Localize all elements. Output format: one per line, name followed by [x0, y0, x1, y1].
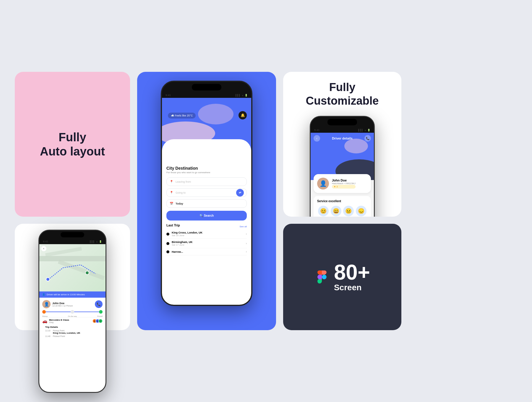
- trip-dot-2: [166, 242, 169, 245]
- status-icons: ▌▌▌ ▲ 🔋: [236, 94, 248, 97]
- trip2-location: Birmingham, UK: [172, 241, 193, 244]
- pickoff-label: Pickoff: [97, 315, 103, 317]
- driver-phone: 9:41 ▌▌▌ ▲ 🔋 ‹ Driver details �: [310, 116, 375, 217]
- car-color: Gray: [49, 321, 69, 323]
- form-subtitle: For those you who want to go somewhere: [166, 171, 247, 174]
- see-all-link[interactable]: See all: [240, 225, 247, 228]
- driver-phone-container: 9:41 ▌▌▌ ▲ 🔋 ‹ Driver details �: [292, 113, 392, 217]
- call-header-button[interactable]: 📞: [364, 135, 371, 142]
- ride-driver-meta: 12-16 Min • 12 Person: [52, 305, 73, 307]
- search-button[interactable]: 🔍 Search: [166, 211, 247, 221]
- ride-call-button[interactable]: 📞: [95, 300, 103, 308]
- map-back-button[interactable]: ‹: [41, 246, 46, 251]
- swap-button[interactable]: ⇄: [236, 189, 244, 197]
- progress-line-2: [74, 312, 99, 312]
- driver-status-bar: 9:41 ▌▌▌ ▲ 🔋: [311, 127, 374, 133]
- auto-layout-card: Fully Auto layout: [15, 72, 130, 217]
- booking-phone: 9:41 ▌▌▌ ▲ 🔋 ☁️ Feels like 25°C 🔔: [161, 81, 252, 306]
- date-placeholder: Today: [176, 202, 244, 205]
- booking-form: City Destination For those you who want …: [162, 160, 251, 261]
- leaving-placeholder: Leaving from: [176, 180, 244, 183]
- customizable-card: Fully Customizable 9:41 ▌▌▌ ▲ 🔋: [283, 72, 401, 217]
- ride-status-icons: ▌▌▌ ▲ 🔋: [90, 240, 102, 243]
- ride-info: 👤 John Doe 12-16 Min • 12 Person 📞: [39, 298, 106, 342]
- rating-okay[interactable]: 😐 Okay: [343, 206, 354, 217]
- trip-details-section: Trip Details 11:10 Pickup Point King Cro…: [42, 325, 103, 339]
- trip2-time: 11:40: [45, 335, 51, 337]
- progress-bar: [42, 310, 103, 314]
- trip-detail-row-2: 11:40 Pickout Point: [45, 335, 100, 337]
- arrival-text: Driver will be arrive in 13:00 Minutes: [47, 293, 85, 296]
- last-trip-title: Last Trip: [166, 223, 180, 227]
- back-button[interactable]: ‹: [314, 135, 320, 142]
- trip-item-3[interactable]: Harrow... ›: [166, 248, 247, 255]
- trip-item-2[interactable]: Birmingham, UK Sat 17 June ›: [166, 239, 247, 248]
- notch-pill: [192, 84, 221, 90]
- driver-screen: ‹ Driver details 📞 👤 John Doe Hatchback …: [311, 133, 374, 217]
- customizable-line2: Customizable: [306, 95, 379, 107]
- auto-layout-line1: Fully: [59, 131, 86, 144]
- driver-name-label: John Doe: [332, 179, 356, 182]
- pickup-label: Pickup: [42, 315, 48, 317]
- going-to-row: 📍 Going to ⇄: [166, 188, 247, 197]
- rating-excellent[interactable]: 😊 Excellent: [318, 206, 329, 217]
- car-icon: 🚗: [42, 319, 47, 323]
- location-icon: 📍: [170, 180, 173, 183]
- map-area: ‹: [39, 244, 106, 291]
- main-grid: Fully Auto layout 9:41 ▌▌▌ ▲ 🔋: [0, 60, 532, 342]
- pickoff-dot: [99, 310, 103, 314]
- ride-notch-pill: [61, 232, 84, 237]
- driver-phone-notch: [311, 117, 374, 127]
- going-to-input[interactable]: 📍 Going to: [166, 188, 247, 197]
- trip2-date: Sat 17 June: [172, 244, 193, 246]
- booking-header: ☁️ Feels like 25°C 🔔: [162, 98, 251, 157]
- onway-dot: [71, 310, 74, 314]
- customizable-line1: Fully: [329, 81, 356, 93]
- date-input[interactable]: 📅 Today: [166, 199, 247, 208]
- rating-good[interactable]: 😄 Good: [331, 206, 341, 217]
- destination-icon: 📍: [170, 191, 173, 194]
- driver-avatar: 👤: [42, 300, 51, 308]
- trip3-location: Harrow...: [172, 250, 183, 253]
- trip1-date: Sat 16 June: [172, 234, 202, 237]
- ride-screen: ‹ 👤 Driver will be arrive in 13:00 Minut…: [39, 244, 106, 392]
- driver-header-wave-pink: [344, 139, 368, 153]
- car-name: Mercedes E Class: [49, 319, 69, 321]
- screens-card: 80+ Screen: [283, 224, 401, 330]
- screens-text: 80+ Screen: [334, 262, 370, 292]
- trip-item-1[interactable]: King Cross, London, UK Sat 16 June ›: [166, 229, 247, 239]
- form-title: City Destination: [166, 166, 247, 171]
- time-display: 9:41: [166, 94, 171, 97]
- last-trip-header: Last Trip See all: [166, 223, 247, 229]
- ride-phone: 9:41 ▌▌▌ ▲ 🔋: [38, 230, 106, 393]
- rating-disappoint[interactable]: 😞 Disappoint: [356, 206, 366, 217]
- leaving-from-input[interactable]: 📍 Leaving from: [166, 177, 247, 186]
- driver-arrival-banner: 👤 Driver will be arrive in 13:00 Minutes: [39, 291, 106, 298]
- driver-notch-pill: [327, 119, 357, 125]
- ride-notch: [39, 231, 106, 239]
- trip-dot-1: [166, 233, 169, 236]
- driver-star-badge: ★ 3: [332, 185, 356, 189]
- calendar-icon: 📅: [170, 202, 173, 205]
- ride-phone-card: 9:41 ▌▌▌ ▲ 🔋: [15, 224, 130, 330]
- customizable-text: Fully Customizable: [292, 81, 392, 108]
- passenger-avatars: A B C: [94, 319, 103, 323]
- car-info-row: 🚗 Mercedes E Class Gray A B C: [42, 317, 103, 325]
- trip1-time: 11:10: [45, 330, 51, 332]
- booking-screen: ☁️ Feels like 25°C 🔔 City Destination Fo…: [162, 98, 251, 305]
- trip-arrow-3: ›: [246, 250, 247, 253]
- trip-arrow-1: ›: [246, 232, 247, 236]
- driver-time: 9:41: [314, 129, 319, 132]
- wave-white: [162, 139, 251, 157]
- progress-line-1: [46, 312, 71, 312]
- trip1-location: King Cross, London, UK: [172, 231, 202, 234]
- onway-label: On the way: [68, 315, 77, 317]
- screens-number: 80+: [334, 262, 370, 283]
- screens-label: Screen: [334, 283, 361, 292]
- trip-detail-row-1: 11:10 Pickup Point King Cross, London, U…: [45, 330, 100, 334]
- blue-phone-card: 9:41 ▌▌▌ ▲ 🔋 ☁️ Feels like 25°C 🔔: [137, 72, 276, 330]
- ride-status-bar: 9:41 ▌▌▌ ▲ 🔋: [39, 239, 106, 244]
- status-bar: 9:41 ▌▌▌ ▲ 🔋: [162, 93, 251, 98]
- notification-button[interactable]: 🔔: [239, 111, 247, 119]
- start-pin: [46, 277, 50, 281]
